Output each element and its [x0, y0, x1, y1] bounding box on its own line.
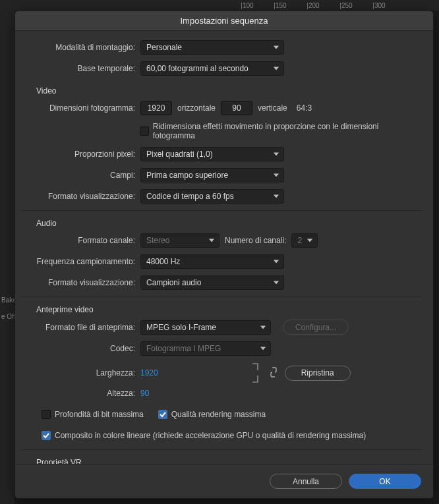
linear-composite-checkbox[interactable]: Composito in colore lineare (richiede ac… [42, 431, 366, 440]
frame-size-label: Dimensioni fotogramma: [22, 103, 140, 113]
width-value[interactable]: 1920 [140, 368, 158, 378]
sample-rate-select[interactable]: 48000 Hz [140, 254, 284, 269]
height-label: Altezza: [22, 389, 140, 398]
configure-button: Configura... [283, 320, 349, 335]
channel-format-select: Stereo [140, 233, 220, 248]
height-value[interactable]: 90 [140, 389, 149, 398]
max-bit-depth-checkbox[interactable]: Profondità di bit massima [42, 410, 144, 419]
preview-file-label: Formato file di anteprima: [22, 323, 140, 332]
display-format-select[interactable]: Codice di tempo a 60 fps [140, 189, 284, 204]
fields-label: Campi: [22, 171, 140, 180]
timebase-label: Base temporale: [22, 64, 140, 73]
chain-icon[interactable] [270, 367, 277, 379]
sample-rate-label: Frequenza campionamento: [22, 257, 140, 266]
cancel-button[interactable]: Annulla [270, 474, 342, 489]
ruler: |100|150|200|250|300 [0, 0, 439, 11]
codec-label: Codec: [22, 344, 140, 353]
frame-height-input[interactable]: 90 [221, 101, 252, 115]
pixel-aspect-label: Proporzioni pixel: [22, 150, 140, 159]
max-render-quality-checkbox[interactable]: Qualità rendering massima [158, 410, 266, 419]
pixel-aspect-select[interactable]: Pixel quadrati (1,0) [140, 147, 284, 161]
timebase-select[interactable]: 60,00 fotogrammi al secondo [140, 61, 284, 76]
num-channels-select: 2 [291, 233, 318, 248]
vr-section-header: Proprietà VR [22, 454, 421, 464]
video-section-header: Video [22, 82, 421, 101]
preview-file-select[interactable]: MPEG solo I-Frame [140, 320, 271, 335]
channel-format-label: Formato canale: [22, 236, 140, 245]
aspect-ratio-display: 64:3 [297, 103, 312, 113]
dialog-title: Impostazioni sequenza [15, 11, 433, 31]
width-label: Larghezza: [22, 368, 140, 378]
audio-display-format-select[interactable]: Campioni audio [140, 275, 284, 290]
codec-select: Fotogramma I MPEG [140, 341, 271, 356]
background-panel: Bake e Off [0, 11, 15, 504]
sequence-settings-dialog: Impostazioni sequenza Modalità di montag… [15, 11, 434, 499]
frame-width-input[interactable]: 1920 [140, 101, 172, 115]
audio-display-format-label: Formato visualizzazione: [22, 278, 140, 287]
audio-section-header: Audio [22, 215, 421, 233]
reset-button[interactable]: Ripristina [285, 366, 351, 381]
num-channels-label: Numero di canali: [220, 236, 291, 245]
display-format-label: Formato visualizzazione: [22, 192, 140, 201]
editing-mode-label: Modalità di montaggio: [22, 43, 140, 52]
vertical-label: verticale [252, 103, 293, 113]
resize-effects-checkbox[interactable]: Ridimensiona effetti movimento in propor… [140, 122, 421, 140]
horizontal-label: orizzontale [172, 103, 221, 113]
fields-select[interactable]: Prima campo superiore [140, 168, 284, 182]
preview-section-header: Anteprime video [22, 301, 421, 320]
link-icon[interactable] [250, 362, 262, 383]
ok-button[interactable]: OK [349, 474, 421, 489]
editing-mode-select[interactable]: Personale [140, 40, 284, 55]
